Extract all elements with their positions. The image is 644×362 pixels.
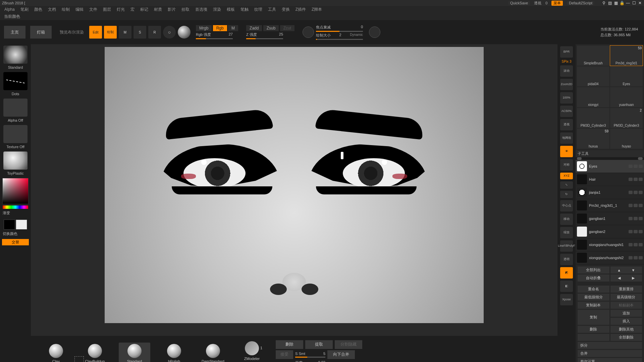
menu-prefs[interactable]: 首选项 (193, 6, 210, 13)
scale-gizmo-button[interactable]: S (133, 26, 146, 39)
auto-collapse-button[interactable]: 自动折叠 (578, 275, 609, 282)
rail-aahalf[interactable]: AC50% (560, 106, 573, 117)
gradient-label[interactable]: 渐变 (3, 210, 10, 216)
menu-macro[interactable]: 宏 (128, 6, 137, 13)
menu-color[interactable]: 颜色 (32, 6, 45, 13)
rail-xyz[interactable]: XYZ (560, 173, 573, 179)
zcut-button[interactable]: Zcut (280, 25, 294, 31)
menu-light[interactable]: 灯光 (114, 6, 127, 13)
tab-home[interactable]: 主页 (4, 26, 25, 39)
z-intensity-slider[interactable]: Z 强度25 (246, 32, 283, 39)
menu-picker[interactable]: 拾取 (179, 6, 192, 13)
rail-xpose[interactable]: Xpose (560, 294, 573, 305)
rail-transp[interactable]: 透明 (560, 254, 573, 265)
rail-frame[interactable]: 中心点 (560, 200, 573, 212)
menu-document[interactable]: 文档 (46, 6, 58, 13)
layout-icon[interactable]: ▤ (608, 1, 612, 5)
rail-move[interactable]: 移动 (560, 214, 573, 225)
duplicate-button[interactable]: 复制副本 (578, 302, 609, 309)
rail-zoom2d[interactable]: Zoom2D (560, 79, 573, 90)
rgb-button[interactable]: Rgb (213, 25, 227, 31)
mrgb-button[interactable]: Mrgb (196, 25, 212, 31)
lock-icon[interactable]: 🔒 (620, 1, 624, 5)
all-high-button[interactable]: 最高级细分 (610, 294, 642, 301)
hue-slider[interactable] (3, 205, 28, 209)
menu-zscript[interactable]: Z脚本 (309, 6, 324, 13)
viewport[interactable] (31, 44, 557, 336)
menu-stencil[interactable]: 模板 (224, 6, 237, 13)
tool-huxua[interactable]: 59huxua (577, 129, 609, 149)
subtool-xqzs2[interactable]: xiongqianzhuangshi2 (576, 251, 644, 264)
brush-damstandard[interactable]: DamStandard (198, 344, 228, 362)
delete-other-button[interactable]: 删除其他 (610, 326, 642, 333)
merge-down-button[interactable]: 向下合并 (327, 350, 355, 359)
menu-draw[interactable]: 绘制 (59, 6, 72, 13)
bpr-button[interactable]: BPR (560, 46, 573, 58)
alpha-thumbnail[interactable] (3, 99, 28, 117)
accept-button[interactable]: 接受 (276, 350, 293, 359)
rail-unknown1[interactable]: ⤡ (560, 181, 573, 189)
rgb-intensity-slider[interactable]: Rgb 强度27 (196, 32, 233, 39)
tool-cyl3a[interactable]: PM3D_Cylinder3 (577, 108, 609, 128)
primary-color[interactable] (16, 220, 27, 230)
tool-pidai04[interactable]: pidai04 (577, 66, 609, 86)
alternate-button[interactable]: 交替 (2, 239, 29, 245)
draw-mode-button[interactable]: 绘制 (104, 26, 117, 39)
rotate-gizmo-button[interactable]: R (148, 26, 161, 39)
tool-huyao[interactable]: huyao (610, 129, 643, 149)
delete-button[interactable]: 删除 (276, 340, 303, 349)
subtool-jianjia1[interactable]: jianjia1 (576, 186, 644, 199)
menu-render[interactable]: 渲染 (211, 6, 223, 13)
subtool-gangban1[interactable]: gangban1 (576, 212, 644, 225)
edit-mode-button[interactable]: Edit (89, 26, 102, 39)
perspective-value[interactable]: 0 (545, 1, 547, 5)
split-section[interactable]: 拆分 (578, 342, 642, 349)
rail-scale[interactable]: 缩放 (560, 227, 573, 238)
brush-hpolish[interactable]: hPolish (159, 344, 189, 362)
zsub-button[interactable]: Zsub (263, 25, 279, 31)
menu-stroke[interactable]: 笔触 (238, 6, 251, 13)
move-updown-1[interactable]: ▲▼ (610, 266, 642, 274)
menu-marker[interactable]: 标记 (138, 6, 151, 13)
tool-xiongyi[interactable]: xiongyi (577, 87, 609, 107)
menu-alpha[interactable]: Alpha (2, 7, 17, 12)
subtool-eyes[interactable]: Eyes (576, 160, 644, 173)
material-thumbnail[interactable] (3, 152, 28, 170)
rail-ghost[interactable]: ◩ (560, 267, 573, 279)
quicksave-button[interactable]: QuickSave (508, 1, 530, 5)
merge-section[interactable]: 合并 (578, 350, 642, 357)
rail-polyf[interactable]: LineFillPolyF (560, 240, 573, 252)
focal-icon[interactable] (303, 26, 314, 38)
delete-all-button[interactable]: 全部删除 (610, 334, 642, 341)
brush-thumbnail[interactable] (3, 46, 28, 64)
list-all-button[interactable]: 全部列出 (578, 266, 609, 274)
focal-shift-slider[interactable]: 焦点衰减0 (316, 25, 363, 32)
m-button[interactable]: M (228, 25, 238, 31)
copy-button[interactable]: 复制 (578, 310, 609, 325)
tool-eyes[interactable]: Eyes (610, 66, 643, 86)
subtool-hair[interactable]: Hair (576, 173, 644, 186)
menu-edit[interactable]: 编辑 (73, 6, 86, 13)
pin-icon[interactable]: ⚲ (602, 1, 606, 5)
menu-transform[interactable]: 变换 (279, 6, 292, 13)
ssmt-slider[interactable]: S Smt5 (295, 352, 325, 358)
menu-file[interactable]: 文件 (87, 6, 100, 13)
all-low-button[interactable]: 最低级细分 (578, 294, 609, 301)
rail-solo[interactable]: ◧ (560, 281, 573, 292)
menu-tool[interactable]: 工具 (266, 6, 278, 13)
brush-standard[interactable]: Standard (119, 343, 150, 362)
close-icon[interactable]: ✕ (638, 1, 642, 5)
texture-thumbnail[interactable] (3, 125, 28, 143)
dynamesh-button[interactable] (178, 26, 191, 39)
draw-size-slider[interactable]: 绘制大小2Dynamic (316, 33, 363, 40)
secondary-color[interactable] (4, 220, 15, 230)
subtool-gangban2[interactable]: gangban2 (576, 225, 644, 238)
brush-zmodeler[interactable]: ZModeler1 (237, 341, 267, 362)
preview-boolean[interactable]: 预览布尔渲染 (56, 29, 87, 35)
reorder-button[interactable]: 重新重排 (610, 286, 642, 293)
brush-clay[interactable]: Clay (41, 344, 71, 362)
layout2-icon[interactable]: ▦ (614, 1, 618, 5)
menu-brush[interactable]: 笔刷 (18, 6, 31, 13)
rail-unknown2[interactable]: ↻ (560, 191, 573, 198)
tool-simplebrush[interactable]: SimpleBrush (577, 46, 609, 66)
